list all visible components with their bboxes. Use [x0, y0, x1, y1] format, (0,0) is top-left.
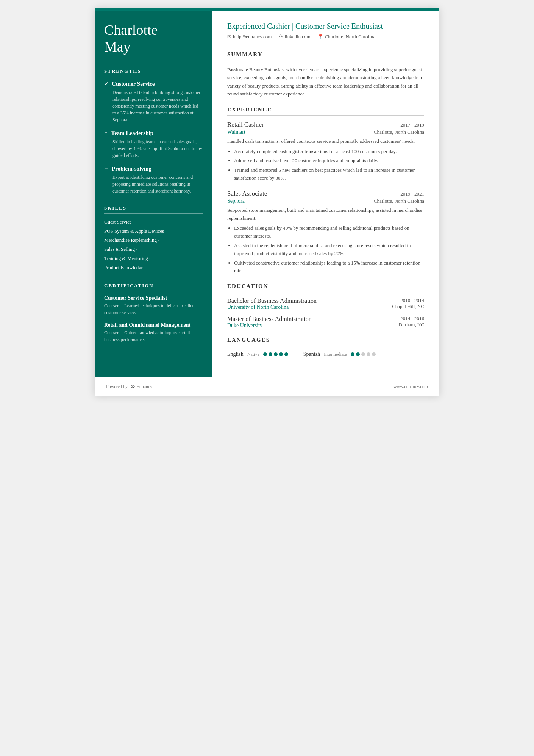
exp-sub-row-1: Walmart Charlotte, North Carolina — [227, 129, 424, 135]
exp-location-1: Charlotte, North Carolina — [374, 129, 424, 135]
website-text: www.enhancv.com — [393, 384, 428, 389]
dot-3 — [274, 352, 278, 356]
strengths-section: STRENGTHS ✔ Customer Service Demonstrate… — [104, 68, 203, 194]
linkedin-icon: ⚇ — [278, 34, 283, 40]
candidate-name: Charlotte May — [104, 22, 203, 55]
experience-title: EXPERIENCE — [227, 106, 424, 116]
job-title: Experienced Cashier | Customer Service E… — [227, 22, 424, 31]
languages-section: LANGUAGES English Native — [227, 337, 424, 357]
footer-logo: ∞ Enhancv — [131, 383, 152, 390]
lang-english: English Native — [227, 351, 288, 357]
exp-dates-2: 2019 - 2021 — [400, 191, 424, 197]
sidebar: Charlotte May STRENGTHS ✔ Customer Servi… — [95, 11, 212, 377]
edu-left-1: Bachelor of Business Administration Univ… — [227, 297, 317, 310]
main-content: Experienced Cashier | Customer Service E… — [212, 11, 439, 377]
top-accent-bar — [95, 8, 439, 11]
skill-guest-service: Guest Service — [104, 218, 203, 227]
strength-item-2: ♀ Team Leadership Skilled in leading tea… — [104, 130, 203, 159]
exp-desc-1: Handled cash transactions, offered court… — [227, 138, 424, 146]
bullet-2-2: Assisted in the replenishment of merchan… — [234, 242, 424, 258]
certification-section: CERTIFICATION Customer Service Specialis… — [104, 283, 203, 343]
languages-row: English Native Spanish Intermediate — [227, 351, 424, 357]
exp-entry-2: Sales Associate 2019 - 2021 Sephora Char… — [227, 190, 424, 275]
cert-item-2: Retail and Omnichannel Management Course… — [104, 322, 203, 343]
dot-s4 — [367, 352, 370, 356]
lang-spanish-level: Intermediate — [324, 352, 347, 357]
lang-spanish-dots — [351, 352, 376, 356]
exp-header-row-1: Retail Cashier 2017 - 2019 — [227, 121, 424, 128]
dot-s1 — [351, 352, 354, 356]
edu-loc-2: Durham, NC — [399, 322, 424, 328]
strength-header-1: ✔ Customer Service — [104, 81, 203, 87]
exp-bullets-1: Accurately completed cash register trans… — [227, 148, 424, 182]
team-icon: ♀ — [104, 130, 108, 136]
exp-dates-1: 2017 - 2019 — [400, 122, 424, 128]
edu-school-1: University of North Carolina — [227, 304, 317, 310]
education-section: EDUCATION Bachelor of Business Administr… — [227, 283, 424, 329]
bullet-1-2: Addressed and resolved over 20 customer … — [234, 157, 424, 165]
bullet-2-1: Exceeded sales goals by 40% by recommend… — [234, 224, 424, 240]
skill-sales: Sales & Selling — [104, 245, 203, 254]
checkmark-icon: ✔ — [104, 81, 109, 87]
exp-role-2: Sales Associate — [227, 190, 267, 197]
bullet-1-3: Trained and mentored 5 new cashiers on b… — [234, 166, 424, 182]
name-block: Charlotte May — [104, 22, 203, 55]
experience-section: EXPERIENCE Retail Cashier 2017 - 2019 Wa… — [227, 106, 424, 275]
lang-english-level: Native — [247, 352, 259, 357]
dot-2 — [269, 352, 272, 356]
strength-item-3: ⊨ Problem-solving Expert at identifying … — [104, 166, 203, 194]
strength-desc-2: Skilled in leading teams to exceed sales… — [104, 138, 203, 159]
lang-spanish: Spanish Intermediate — [303, 351, 376, 357]
edu-entry-2: Master of Business Administration Duke U… — [227, 316, 424, 329]
strength-item-1: ✔ Customer Service Demonstrated talent i… — [104, 81, 203, 123]
skills-section: SKILLS Guest Service POS System & Apple … — [104, 205, 203, 272]
strength-title-1: Customer Service — [112, 81, 155, 87]
strength-desc-1: Demonstrated talent in building strong c… — [104, 89, 203, 123]
summary-title: SUMMARY — [227, 51, 424, 60]
problem-icon: ⊨ — [104, 166, 109, 172]
dot-s2 — [356, 352, 360, 356]
enhancv-logo-icon: ∞ — [131, 383, 135, 390]
lang-english-name: English — [227, 351, 244, 357]
edu-entry-1: Bachelor of Business Administration Univ… — [227, 297, 424, 310]
email-text: help@enhancv.com — [233, 34, 272, 40]
exp-company-2: Sephora — [227, 198, 245, 204]
email-contact: ✉ help@enhancv.com — [227, 34, 272, 40]
resume-body: Charlotte May STRENGTHS ✔ Customer Servi… — [95, 11, 439, 377]
location-text: Charlotte, North Carolina — [325, 34, 375, 40]
education-title: EDUCATION — [227, 283, 424, 292]
exp-sub-row-2: Sephora Charlotte, North Carolina — [227, 198, 424, 204]
skill-product-knowledge: Product Knowledge — [104, 263, 203, 272]
exp-company-1: Walmart — [227, 129, 245, 135]
exp-header-row-2: Sales Associate 2019 - 2021 — [227, 190, 424, 197]
skills-title: SKILLS — [104, 205, 203, 214]
cert-desc-1: Coursera - Learned techniques to deliver… — [104, 302, 203, 316]
location-contact: 📍 Charlotte, North Carolina — [317, 34, 375, 40]
bullet-2-3: Cultivated constructive customer relatio… — [234, 259, 424, 275]
dot-5 — [284, 352, 288, 356]
edu-degree-1: Bachelor of Business Administration — [227, 297, 317, 304]
strength-desc-3: Expert at identifying customer concerns … — [104, 174, 203, 194]
cert-title-2: Retail and Omnichannel Management — [104, 322, 203, 328]
resume-container: Charlotte May STRENGTHS ✔ Customer Servi… — [95, 8, 439, 396]
lang-english-dots — [263, 352, 288, 356]
summary-text: Passionate Beauty Enthusiast with over 4… — [227, 66, 424, 98]
certification-title: CERTIFICATION — [104, 283, 203, 291]
footer: Powered by ∞ Enhancv www.enhancv.com — [95, 377, 439, 396]
strength-title-3: Problem-solving — [112, 166, 151, 172]
location-icon: 📍 — [317, 34, 323, 40]
summary-section: SUMMARY Passionate Beauty Enthusiast wit… — [227, 51, 424, 98]
contact-line: ✉ help@enhancv.com ⚇ linkedin.com 📍 Char… — [227, 34, 424, 40]
strength-header-2: ♀ Team Leadership — [104, 130, 203, 136]
edu-right-2: 2014 - 2016 Durham, NC — [399, 316, 424, 328]
cert-title-1: Customer Service Specialist — [104, 295, 203, 301]
brand-name: Enhancv — [136, 384, 152, 390]
footer-left: Powered by ∞ Enhancv — [106, 383, 152, 390]
skill-pos-system: POS System & Apple Devices — [104, 227, 203, 236]
edu-dates-2: 2014 - 2016 — [399, 316, 424, 322]
edu-dates-1: 2010 - 2014 — [392, 297, 424, 304]
footer-right: www.enhancv.com — [393, 384, 428, 390]
dot-s5 — [372, 352, 376, 356]
exp-location-2: Charlotte, North Carolina — [374, 198, 424, 204]
bullet-1-1: Accurately completed cash register trans… — [234, 148, 424, 156]
